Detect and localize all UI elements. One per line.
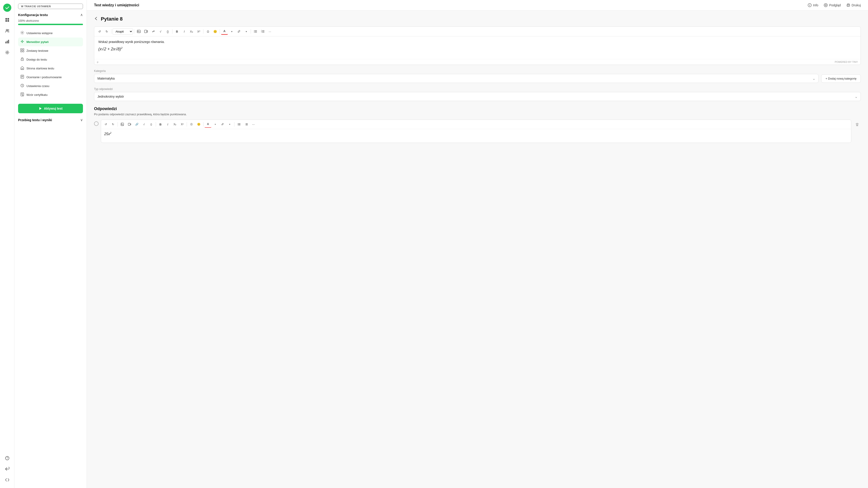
answer-sep-5 <box>234 122 235 127</box>
answer-superscript-button[interactable]: X² <box>179 121 186 128</box>
sidebar-item-initial-settings[interactable]: Ustawienia wstępne <box>18 29 83 37</box>
answer-link-button[interactable]: 🔗 <box>133 121 140 128</box>
answer-ordered-list-button[interactable] <box>243 121 250 128</box>
print-button[interactable]: Drukuj <box>846 3 861 7</box>
superscript-button[interactable]: X² <box>195 28 202 35</box>
app-title: Test wiedzy i umiejętności <box>94 3 139 7</box>
config-section-header[interactable]: Konfiguracja testu ∧ <box>18 13 83 17</box>
font-color-chevron[interactable]: ▾ <box>228 28 235 35</box>
answer-editor: ↺ ↻ <box>101 120 851 143</box>
add-category-button[interactable]: + Dodaj nową kategorię <box>821 74 861 83</box>
category-select[interactable]: Matematyka <box>94 74 818 83</box>
svg-text:?: ? <box>6 457 8 460</box>
sidebar-item-grading[interactable]: Ocenianie i podsumowanie <box>18 73 83 82</box>
category-row: Matematyka + Dodaj nową kategorię <box>94 74 861 83</box>
app-logo[interactable] <box>3 4 11 12</box>
sidebar-item-test-sets[interactable]: Zestawy testowe <box>18 46 83 55</box>
answer-omega-button[interactable]: Ω <box>188 121 195 128</box>
sidebar-item-question-manager[interactable]: Menedżer pytań <box>18 37 83 46</box>
undo-button[interactable]: ↺ <box>96 28 103 35</box>
config-chevron-icon[interactable]: ∧ <box>80 13 83 17</box>
category-select-wrap: Matematyka <box>94 74 818 83</box>
grading-icon <box>20 75 24 80</box>
answer-bold-button[interactable]: B <box>157 121 164 128</box>
ordered-list-button[interactable]: 1 2 3 <box>259 28 266 35</box>
content-area: Pytanie 8 ↺ ↻ Akapit <box>87 11 868 488</box>
answer-font-color-chevron[interactable]: ▾ <box>212 121 219 128</box>
answer-italic-button[interactable]: I <box>164 121 171 128</box>
subscript-button[interactable]: X₂ <box>188 28 195 35</box>
results-chevron-icon[interactable]: ∨ <box>80 118 83 122</box>
link-button[interactable] <box>150 28 157 35</box>
toolbar-sep-1 <box>111 29 112 34</box>
delete-answer-button[interactable] <box>854 121 861 128</box>
answer-editor-toolbar: ↺ ↻ <box>101 120 851 129</box>
svg-rect-17 <box>23 51 24 52</box>
sidebar-item-certificate[interactable]: Wzór certyfikatu <box>18 90 83 99</box>
sidebar-icon-users[interactable] <box>3 26 12 35</box>
answer-list-button[interactable] <box>236 121 242 128</box>
answer-highlight-button[interactable] <box>219 121 226 128</box>
answer-image-button[interactable] <box>119 121 126 128</box>
question-editor-body[interactable]: Wskaż prawidłowy wynik poniższego równan… <box>94 36 861 59</box>
answer-font-color-button[interactable]: A <box>205 121 211 128</box>
sqrt-button[interactable]: √ <box>157 28 164 35</box>
video-button[interactable] <box>143 28 149 35</box>
back-button[interactable] <box>94 16 98 22</box>
results-title: Przebieg testu i wyniki <box>18 118 52 122</box>
answer-redo-button[interactable]: ↻ <box>110 121 116 128</box>
highlight-chevron[interactable]: ▾ <box>243 28 250 35</box>
sidebar-item-label-initial-settings: Ustawienia wstępne <box>26 31 53 35</box>
highlight-button[interactable] <box>236 28 242 35</box>
answer-code-button[interactable]: {} <box>148 121 155 128</box>
question-editor-toolbar: ↺ ↻ Akapit <box>94 27 861 36</box>
sidebar-item-test-access[interactable]: Dostęp do testu <box>18 55 83 64</box>
question-formula: (x√2 + 2x√8)2 <box>98 46 857 52</box>
sidebar-icon-help[interactable]: ? <box>3 454 12 463</box>
answer-emoji-button[interactable]: 🙂 <box>195 121 202 128</box>
svg-rect-1 <box>7 18 9 20</box>
activate-test-button[interactable]: Aktywuj test <box>18 104 83 113</box>
sidebar-icon-back[interactable] <box>3 464 12 474</box>
powered-by-label: POWERED BY TINY <box>835 61 858 63</box>
sidebar-icon-analytics[interactable] <box>3 37 12 46</box>
answer-video-button[interactable] <box>126 121 133 128</box>
answer-sqrt-button[interactable]: √ <box>141 121 147 128</box>
answer-subscript-button[interactable]: X₂ <box>172 121 178 128</box>
code-button[interactable]: {} <box>164 28 171 35</box>
svg-point-28 <box>825 4 827 6</box>
preview-label: Podgląd <box>829 3 841 7</box>
redo-button[interactable]: ↻ <box>103 28 110 35</box>
sidebar-item-start-page[interactable]: Strona startowa testu <box>18 64 83 73</box>
editor-p-label: p <box>97 61 98 63</box>
preview-button[interactable]: Podgląd <box>824 3 841 7</box>
list-button[interactable] <box>252 28 259 35</box>
answer-undo-button[interactable]: ↺ <box>102 121 109 128</box>
answer-type-select[interactable]: Jednokrotny wybór <box>94 92 861 101</box>
answer-editor-body[interactable]: 25x2 <box>101 129 851 143</box>
answer-type-wrap: Jednokrotny wybór <box>94 92 861 101</box>
progress-bar-fill <box>18 24 83 25</box>
image-button[interactable] <box>135 28 142 35</box>
italic-button[interactable]: I <box>181 28 188 35</box>
sidebar-item-time-settings[interactable]: Ustawienia czasu <box>18 82 83 90</box>
sidebar-icon-settings[interactable] <box>3 48 12 57</box>
style-select[interactable]: Akapit <box>113 29 133 35</box>
sidebar-icon-grid[interactable] <box>3 16 12 24</box>
clock-icon <box>20 84 24 88</box>
bold-button[interactable]: B <box>174 28 180 35</box>
results-section-header[interactable]: Przebieg testu i wyniki ∨ <box>18 118 83 122</box>
info-button[interactable]: i Info <box>808 3 818 7</box>
answer-highlight-chevron[interactable]: ▾ <box>226 121 233 128</box>
answer-more-button[interactable]: ··· <box>250 121 257 128</box>
font-color-button[interactable]: A <box>221 28 228 35</box>
main-content: Test wiedzy i umiejętności i Info Podglą… <box>87 0 868 488</box>
answer-radio[interactable] <box>94 121 98 126</box>
omega-button[interactable]: Ω <box>205 28 211 35</box>
more-button[interactable]: ··· <box>267 28 273 35</box>
sidebar-icon-collapse[interactable] <box>3 475 12 484</box>
answers-section: Odpowiedzi Po podaniu odpowiedzi zaznacz… <box>94 106 861 143</box>
category-label: Kategoria <box>94 69 861 72</box>
print-label: Drukuj <box>852 3 861 7</box>
emoji-button[interactable]: 🙂 <box>212 28 219 35</box>
